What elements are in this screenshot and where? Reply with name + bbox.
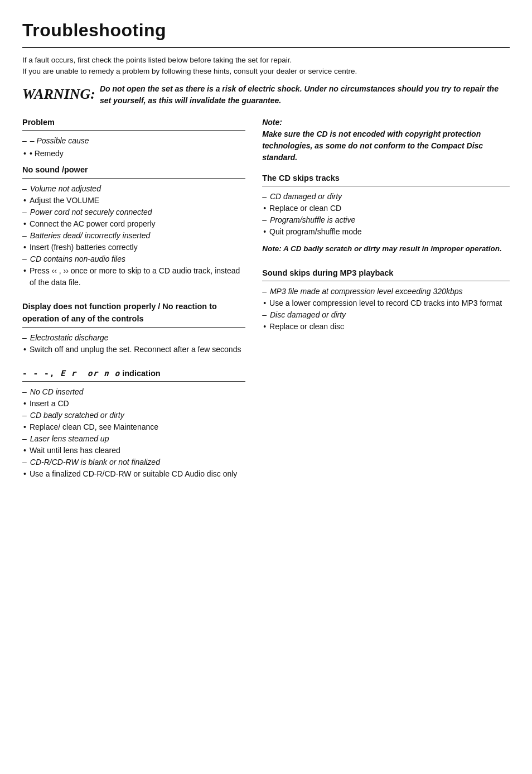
cause-batteries: Batteries dead/ incorrectly inserted <box>22 230 245 242</box>
section-mp3-title: Sound skips during MP3 playback <box>262 267 510 282</box>
section-display: Display does not function properly / No … <box>22 301 245 355</box>
right-column: Note: Make sure the CD is not encoded wi… <box>262 117 510 493</box>
section-no-sound-title: No sound /power <box>22 164 245 179</box>
section-cd-skips-title: The CD skips tracks <box>262 172 510 187</box>
cause-program-shuffle: Program/shuffle is active <box>262 214 510 226</box>
remedy-electrostatic: Switch off and unplug the set. Reconnect… <box>22 344 245 355</box>
legend-section: Problem – Possible cause • Remedy <box>22 117 245 160</box>
remedy-quit-shuffle: Quit program/shuffle mode <box>262 226 510 238</box>
cause-no-cd: No CD inserted <box>22 386 245 398</box>
section-indication: - - -, E r or n o indication No CD inser… <box>22 368 245 480</box>
note-cd-scratch: Note: A CD badly scratch or dirty may re… <box>262 243 510 254</box>
remedy-clean-cd: Replace/ clean CD, see Maintenance <box>22 421 245 433</box>
warning-box: WARNING: Do not open the set as there is… <box>22 83 510 107</box>
section-no-sound-power: No sound /power Volume not adjusted Adju… <box>22 164 245 289</box>
note-cd-text: Make sure the CD is not encoded with cop… <box>262 128 510 164</box>
intro-line1: If a fault occurs, first check the point… <box>22 55 510 66</box>
remedy-insert-cd: Insert a CD <box>22 398 245 410</box>
cause-non-audio: CD contains non-audio files <box>22 253 245 265</box>
cause-cd-scratched: CD badly scratched or dirty <box>22 410 245 421</box>
remedy-finalized: Use a finalized CD-R/CD-RW or suitable C… <box>22 468 245 480</box>
cause-disc-damaged: Disc damaged or dirty <box>262 309 510 321</box>
section-display-title: Display does not function properly / No … <box>22 301 245 328</box>
remedy-replace-disc: Replace or clean disc <box>262 321 510 333</box>
remedy-replace-clean: Replace or clean CD <box>262 203 510 214</box>
intro-text: If a fault occurs, first check the point… <box>22 55 510 78</box>
remedy-lower-compression: Use a lower compression level to record … <box>262 297 510 309</box>
left-column: Problem – Possible cause • Remedy No sou… <box>22 117 245 493</box>
intro-line2: If you are unable to remedy a problem by… <box>22 66 510 77</box>
legend-cause: – Possible cause <box>22 135 245 147</box>
section-cd-skips: The CD skips tracks CD damaged or dirty … <box>262 172 510 255</box>
legend-remedy: • Remedy <box>22 148 245 160</box>
remedy-wait-lens: Wait until lens has cleared <box>22 445 245 456</box>
cause-laser-lens: Laser lens steamed up <box>22 433 245 445</box>
indication-special-chars: - - -, E r or n o <box>22 369 120 378</box>
cause-mp3-compression: MP3 file made at compression level excee… <box>262 286 510 297</box>
cause-power-cord: Power cord not securely connected <box>22 206 245 218</box>
cause-volume: Volume not adjusted <box>22 183 245 195</box>
page-title: Troubleshooting <box>22 17 510 48</box>
warning-label: WARNING: <box>22 83 95 105</box>
section-mp3-skips: Sound skips during MP3 playback MP3 file… <box>262 267 510 333</box>
warning-text: Do not open the set as there is a risk o… <box>100 83 510 107</box>
note-cd-encoding: Note: Make sure the CD is not encoded wi… <box>262 117 510 164</box>
legend-title: Problem <box>22 117 245 131</box>
remedy-non-audio: Press ‹‹ , ›› once or more to skip to a … <box>22 265 245 289</box>
remedy-batteries: Insert (fresh) batteries correctly <box>22 242 245 253</box>
remedy-power-cord: Connect the AC power cord properly <box>22 218 245 230</box>
indication-title: - - -, E r or n o indication <box>22 368 245 382</box>
cause-cd-damaged: CD damaged or dirty <box>262 191 510 203</box>
note-label: Note: <box>262 117 510 128</box>
cause-electrostatic: Electrostatic discharge <box>22 332 245 344</box>
main-content: Problem – Possible cause • Remedy No sou… <box>22 117 510 493</box>
remedy-volume: Adjust the VOLUME <box>22 195 245 206</box>
cause-cdr-blank: CD-R/CD-RW is blank or not finalized <box>22 456 245 468</box>
